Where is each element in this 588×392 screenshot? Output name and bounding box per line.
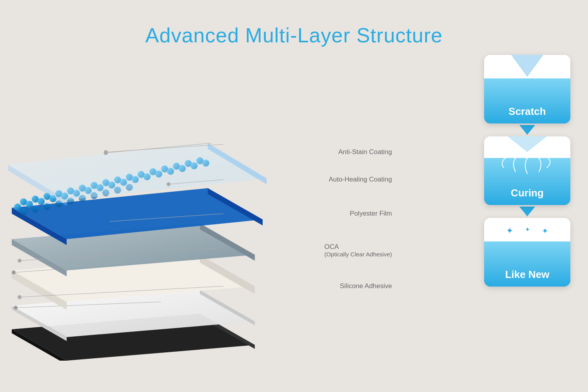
like-new-card: ✦ ✦ ✦ Like New <box>484 218 570 287</box>
like-new-label: Like New <box>484 269 570 281</box>
arrow-curing-to-likenew <box>519 207 535 216</box>
svg-point-36 <box>26 201 33 208</box>
scratch-card: Scratch <box>484 55 570 123</box>
arrow-scratch-to-curing <box>519 125 535 135</box>
page-title: Advanced Multi-Layer Structure <box>0 0 588 47</box>
scratch-label: Scratch <box>484 105 570 118</box>
svg-point-73 <box>18 259 22 263</box>
svg-point-35 <box>14 203 21 211</box>
svg-point-70 <box>167 182 171 186</box>
svg-text:✦: ✦ <box>525 226 530 233</box>
curing-label: Curing <box>484 187 570 199</box>
svg-point-52 <box>20 209 27 216</box>
svg-text:✦: ✦ <box>506 226 513 236</box>
svg-point-53 <box>32 206 39 213</box>
svg-point-68 <box>104 150 108 154</box>
diagram-area: Anti-Stain Coating Auto-Healing Coating … <box>0 47 412 368</box>
svg-point-54 <box>44 203 51 210</box>
svg-point-37 <box>38 198 45 205</box>
right-panel: Scratch <box>478 55 576 287</box>
curing-card: Curing <box>484 136 570 205</box>
svg-point-75 <box>18 295 22 299</box>
svg-text:✦: ✦ <box>542 227 548 235</box>
